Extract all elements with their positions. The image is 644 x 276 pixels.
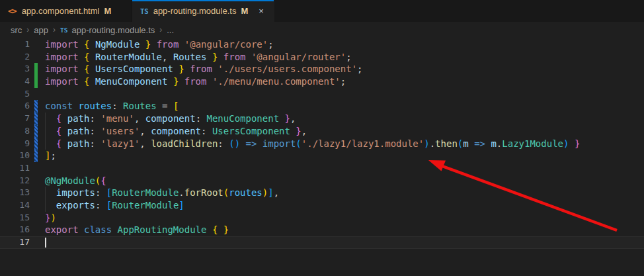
- code-line[interactable]: 16export class AppRoutingModule { }: [0, 224, 644, 236]
- git-gutter: [30, 175, 45, 187]
- gutter-bar: [34, 63, 38, 75]
- token: =: [157, 101, 173, 111]
- token: ,: [302, 126, 307, 136]
- token: AppRoutingModule: [112, 224, 212, 235]
- close-icon[interactable]: ×: [257, 5, 266, 17]
- vscode-window: { "tabs": [ { "label": "app.component.ht…: [0, 0, 644, 276]
- editor-tab-app.component.html[interactable]: <>app.component.htmlM: [0, 0, 132, 22]
- breadcrumb-item-app-routing.module.ts[interactable]: TSapp-routing.module.ts: [60, 25, 155, 35]
- token: RouterModule: [89, 52, 162, 62]
- code-line[interactable]: 13 imports: [RouterModule.forRoot(routes…: [0, 187, 644, 199]
- token: (: [296, 138, 301, 149]
- token: forRoot: [184, 187, 223, 198]
- token: }: [575, 138, 580, 149]
- code-text: import { UsersComponent } from './users/…: [45, 63, 644, 75]
- code-text: [45, 88, 644, 101]
- code-editor[interactable]: 1import { NgModule } from '@angular/core…: [0, 36, 644, 276]
- token: [246, 52, 251, 62]
- breadcrumb-label: ...: [167, 25, 174, 35]
- code-text: { path: 'lazy1', loadChildren: () => imp…: [45, 138, 644, 150]
- git-gutter: [30, 199, 45, 212]
- token: component: [145, 126, 201, 136]
- token: from: [190, 64, 212, 74]
- git-gutter-added: [30, 63, 45, 75]
- code-text: const routes: Routes = [: [45, 100, 644, 113]
- token: :: [112, 101, 123, 111]
- token: import: [45, 64, 79, 74]
- token: exports: [56, 200, 95, 210]
- breadcrumb-item-app[interactable]: app: [34, 25, 48, 35]
- token: ): [262, 187, 268, 198]
- token: [: [173, 101, 179, 111]
- indent-guide: [45, 187, 46, 199]
- text-cursor: [45, 238, 46, 248]
- indent-guide: [45, 199, 46, 212]
- token: m: [463, 138, 468, 149]
- code-line[interactable]: 8 { path: 'users', component: UsersCompo…: [0, 125, 644, 138]
- git-gutter-modified: [30, 113, 45, 125]
- code-text: import { RouterModule, Routes } from '@a…: [45, 51, 644, 64]
- line-number: 4: [0, 75, 30, 88]
- line-number: 11: [0, 162, 30, 175]
- token: :: [218, 138, 229, 149]
- token: [179, 76, 184, 87]
- code-line[interactable]: 1import { NgModule } from '@angular/core…: [0, 38, 644, 51]
- code-line[interactable]: 12@NgModule({: [0, 175, 644, 187]
- git-gutter-modified: [30, 125, 45, 138]
- code-text: { path: 'users', component: UsersCompone…: [45, 125, 644, 138]
- token: [45, 187, 56, 198]
- token: @NgModule: [45, 175, 95, 186]
- indent-guide: [45, 113, 46, 125]
- code-text: [45, 162, 644, 175]
- token: const: [45, 101, 73, 111]
- breadcrumb-item-...[interactable]: ...: [167, 25, 174, 35]
- git-gutter: [30, 38, 45, 51]
- git-gutter-modified: [30, 138, 45, 150]
- line-number: 10: [0, 150, 30, 162]
- token: =>: [469, 138, 491, 149]
- token: :: [95, 187, 106, 198]
- token: ;: [357, 64, 362, 74]
- token: import: [45, 39, 79, 50]
- code-text: [45, 236, 644, 249]
- token: '@angular/router': [251, 52, 346, 62]
- token: [: [106, 187, 112, 198]
- token: {: [101, 175, 106, 186]
- code-line[interactable]: 17: [0, 236, 644, 249]
- chevron-right-icon: ›: [53, 25, 56, 34]
- token: '@angular/core': [184, 39, 268, 50]
- code-line[interactable]: 2import { RouterModule, Routes } from '@…: [0, 51, 644, 64]
- code-line[interactable]: 5: [0, 88, 644, 101]
- token: { }: [212, 224, 229, 235]
- code-line[interactable]: 4import { MenuComponent } from './menu/m…: [0, 75, 644, 88]
- code-line[interactable]: 6const routes: Routes = [: [0, 100, 644, 113]
- token: }: [145, 39, 151, 50]
- token: ,: [290, 113, 296, 124]
- tab-filename: app-routing.module.ts: [153, 6, 237, 16]
- git-gutter: [30, 224, 45, 236]
- code-line[interactable]: 15}): [0, 212, 644, 224]
- token: ;: [50, 150, 56, 161]
- code-line[interactable]: 3import { UsersComponent } from './users…: [0, 63, 644, 75]
- code-line[interactable]: 9 { path: 'lazy1', loadChildren: () => i…: [0, 138, 644, 150]
- line-number: 7: [0, 113, 30, 125]
- token: ): [50, 212, 56, 223]
- code-line[interactable]: 14 exports: [RouterModule]: [0, 199, 644, 212]
- token: [79, 64, 84, 74]
- gutter-bar: [34, 150, 38, 162]
- code-line[interactable]: 11: [0, 162, 644, 175]
- editor-tab-app-routing.module.ts[interactable]: TSapp-routing.module.tsM×: [132, 0, 274, 22]
- token: :: [89, 126, 101, 136]
- token: import: [262, 138, 296, 149]
- token: [45, 113, 56, 124]
- token: 'lazy1': [101, 138, 140, 149]
- token: imports: [56, 187, 95, 198]
- token: routes: [229, 187, 262, 198]
- breadcrumb-item-src[interactable]: src: [11, 25, 22, 35]
- token: then: [435, 138, 458, 149]
- token: [79, 76, 84, 87]
- code-line[interactable]: 7 { path: 'menu', component: MenuCompone…: [0, 113, 644, 125]
- code-text: import { MenuComponent } from './menu/me…: [45, 75, 644, 88]
- code-text: import { NgModule } from '@angular/core'…: [45, 38, 644, 51]
- code-line[interactable]: 10];: [0, 150, 644, 162]
